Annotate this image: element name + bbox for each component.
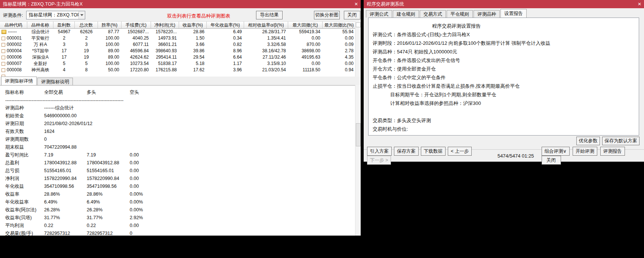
detail-row: 净利润1578220990.841578220990.840.00 [0,175,355,183]
column-header[interactable]: 品种代码 [0,21,27,29]
cell: 19 [75,54,98,60]
close-button[interactable]: 关闭 [344,11,360,19]
scrollbar-button[interactable] [356,22,361,27]
detail-row: 有效天数1624 [0,128,355,136]
detail-cell: 0.00 [130,175,178,183]
cell: 1.17 [207,60,244,67]
cell: 0.00 [323,60,355,67]
optimize-params-button[interactable]: 优化参数 [576,137,600,145]
combobox-dropdown-button[interactable] [78,11,85,19]
detail-cell: 2021/08/02-2026/01/12 [44,120,87,128]
column-header[interactable]: 总次数 [75,21,98,29]
left-close-icon[interactable]: ✕ [354,0,358,8]
column-header[interactable]: 最大回撤比(%) [323,21,355,29]
table-row-partial [0,73,355,77]
cell: 综合统计 [27,29,53,35]
checkbox-icon [1,62,5,66]
column-header[interactable]: 相对收益率α/β(%) [244,21,288,29]
cell: 3.66 [179,41,207,48]
detail-row: 收益率(阿尔法)26.28%26.28%0.00% [0,206,355,214]
cell: 295414.11 [151,54,179,60]
detail-scrollbar[interactable] [355,85,361,236]
cell: 0.34 [207,35,244,41]
column-header[interactable]: 收益率(%) [179,21,207,29]
left-titlebar[interactable]: 指标星球网：ZBXQ.TOP-主力回马枪X ✕ [0,0,361,8]
detail-row: 交易量(股/手)728295731272829573120 [0,230,355,236]
table-row[interactable]: 000002万 科A33100.006077.1136601.213.660.8… [0,41,355,48]
cell: 39.86 [179,48,207,54]
cell: 38.16/42.78 [244,48,288,54]
column-header[interactable]: 品种名称 [27,21,53,29]
toolbar-button[interactable]: 评测报告 [600,147,625,156]
condition-combobox[interactable]: 指标星球网：ZBXQ.TOP [26,11,85,19]
tab-4[interactable]: 评测品种 [474,10,500,18]
cell: ------ [0,29,27,35]
right-window: 程序交易评测系统 ✕ 评测公式建仓规则交易方式平仓规则评测品种设置报告 程序交易… [364,0,644,162]
report-line: 开仓方式：使用全部资金开仓 [369,65,639,73]
column-header[interactable]: 年化收益率(%) [207,21,244,29]
right-titlebar[interactable]: 程序交易评测系统 ✕ [364,0,644,8]
cell: 398640.93 [151,48,179,54]
table-scrollbar[interactable] [355,21,361,77]
tab-description[interactable]: 评测指标说明 [37,78,73,85]
column-header[interactable]: 盈利数 [53,21,75,29]
checkbox-icon [1,56,5,59]
toolbar-button[interactable]: 组合评测∨ [542,147,570,156]
column-header[interactable]: 手续费(元) [121,21,151,29]
toolbar-button[interactable]: < 上一步 [448,147,472,156]
detail-row: 总亏损51554165.0151554165.010.00 [0,167,355,175]
export-results-button[interactable]: 导出结果 [256,11,283,19]
toolbar-button[interactable]: 开始评测 [573,147,597,156]
detail-row: 收益率28.86%28.86%0.00% [0,190,355,198]
detail-cell: 28.86% [44,190,87,198]
detail-cell: 354710998.56 [44,183,87,190]
cell: 0.00 [323,35,355,41]
report-line: 交易类型：多头及空头评测 [369,116,639,125]
toolbar-button[interactable]: 下载数据 [421,147,446,156]
detail-row: 评测日期2021/08/02-2026/01/12 [0,120,355,128]
cell: 17.62 [179,67,207,73]
table-row[interactable]: 000006深振业A171989.0042624.62295414.1129.5… [0,54,355,60]
cell: 14973.91 [151,35,179,41]
cell: 平安银行 [27,35,53,41]
table-row[interactable]: 000007全新好55100.0010273.5451838.175.181.1… [0,60,355,67]
table-row[interactable]: 000008神州高铁4850.0017220.80176215.8817.623… [0,67,355,73]
tab-3[interactable]: 平仓规则 [447,10,473,18]
column-header[interactable]: 最大回撤(元) [288,21,323,29]
cell: 42624.62 [121,54,151,60]
code-text: 000007 [7,60,22,67]
cell: 36601.21 [151,41,179,48]
toolbar-button[interactable]: 关闭 [542,156,561,165]
cell: 3.96 [207,67,244,73]
cell: 0.82 [207,41,244,48]
switch-analysis-chart-button[interactable]: 切换分析图 [314,11,340,19]
detail-cell: 0.22 [87,222,130,230]
cell: 46596.84 [121,48,151,54]
toolbar-button[interactable]: 引入方案 [367,147,392,156]
table-row[interactable]: ------综合统计549676262687.771502687...15782… [0,29,355,35]
report-line: 评测时段：2016/01/12-2026/01/12 向前多取100个数据用于计… [369,39,639,47]
report-line: 止损平仓：按当日收盘价计算是否满足止损条件,按本周期最高价平仓 [369,82,639,90]
tab-detail[interactable]: 评测指标详情 [1,77,37,85]
cell: 38698.00 [288,48,323,54]
summary-icon [1,30,6,34]
tab-0[interactable]: 评测公式 [366,10,392,18]
detail-cell: 1578220990.84 [44,175,87,183]
detail-row: 评测周期数0 [0,136,355,143]
table-row[interactable]: 000004*ST国华171989.0046596.84398640.9339.… [0,48,355,54]
detail-cell: 有效天数 [5,128,44,136]
left-window-title: 指标星球网：ZBXQ.TOP-主力回马枪X [3,1,83,7]
column-header[interactable]: 胜率(%) [98,21,121,29]
toolbar-button[interactable]: 保存方案 [394,147,419,156]
detail-cell: 26.28% [44,206,87,214]
tab-2[interactable]: 交易方式 [420,10,446,18]
save-as-default-button[interactable]: 保存为默认方案 [602,137,640,145]
cell: 89.00 [98,54,121,60]
table-row[interactable]: 000001平安银行22100.004040.2514973.911.500.3… [0,35,355,41]
cell: 6077.11 [121,41,151,48]
scrollbar-thumb[interactable] [356,123,361,146]
column-header[interactable]: 净利润(元) [151,21,179,29]
tab-5[interactable]: 设置报告 [500,9,527,18]
tab-1[interactable]: 建仓规则 [393,10,419,18]
right-close-icon[interactable]: ✕ [638,0,641,8]
